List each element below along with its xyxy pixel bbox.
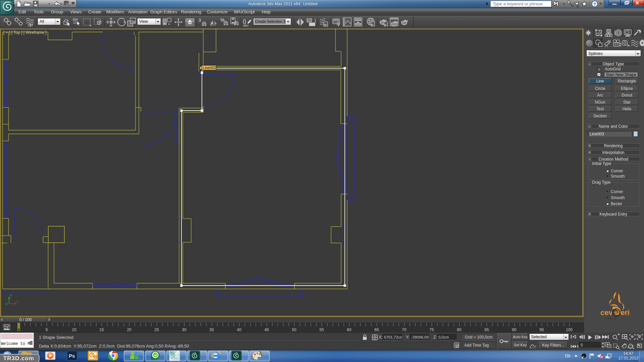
svg-text:15: 15 xyxy=(99,327,104,332)
svg-text:ABC: ABC xyxy=(243,24,249,27)
svg-text:?: ? xyxy=(593,2,596,7)
svg-text:80: 80 xyxy=(457,327,462,332)
svg-text:5: 5 xyxy=(46,327,48,332)
svg-text:{}: {} xyxy=(243,18,246,24)
svg-text:90: 90 xyxy=(512,327,517,332)
svg-text:30: 30 xyxy=(182,327,186,332)
svg-text:3: 3 xyxy=(199,18,201,23)
svg-text:cev: cev xyxy=(600,308,613,317)
svg-text:20: 20 xyxy=(127,327,131,332)
svg-text:70: 70 xyxy=(402,327,407,332)
svg-text:35: 35 xyxy=(209,327,214,332)
svg-text:%: % xyxy=(220,17,224,23)
svg-text:75: 75 xyxy=(429,327,434,332)
svg-text:eri: eri xyxy=(621,308,630,317)
svg-text:25: 25 xyxy=(154,327,159,332)
svg-text:95: 95 xyxy=(539,327,544,332)
svg-text:s: s xyxy=(614,309,618,316)
svg-text:65: 65 xyxy=(374,327,379,332)
svg-text:tasarım: tasarım xyxy=(604,317,617,320)
svg-text:Ps: Ps xyxy=(69,353,75,359)
svg-text:40: 40 xyxy=(237,327,241,332)
svg-text:100: 100 xyxy=(566,327,573,332)
svg-text:45: 45 xyxy=(264,327,269,332)
svg-text:10: 10 xyxy=(72,327,76,332)
svg-text:85: 85 xyxy=(484,327,489,332)
svg-text:0: 0 xyxy=(18,328,20,332)
svg-text:60: 60 xyxy=(347,327,352,332)
svg-text:TR: TR xyxy=(565,354,570,359)
svg-text:55: 55 xyxy=(319,327,324,332)
svg-text:50: 50 xyxy=(292,327,297,332)
